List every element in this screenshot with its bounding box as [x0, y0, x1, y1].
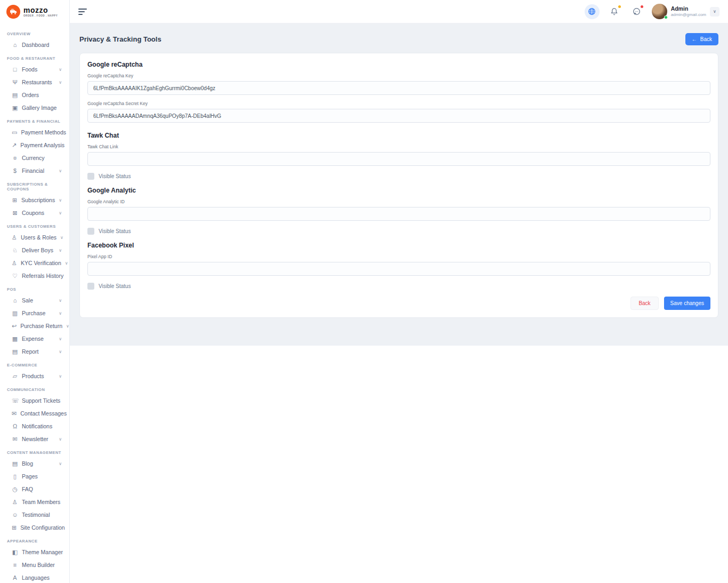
sidebar-item-contact-messages[interactable]: ✉Contact Messages	[0, 407, 69, 420]
sidebar-item-label: Newsletter	[22, 436, 55, 442]
chevron-down-icon: ∨	[59, 298, 62, 303]
sidebar-item-deliver-boys[interactable]: ♘Deliver Boys∨	[0, 244, 69, 257]
sidebar-item-notifications[interactable]: ΩNotifications	[0, 420, 69, 433]
notification-badge	[618, 5, 621, 8]
sidebar-section-label: POS	[0, 282, 69, 294]
arrow-left-icon: ←	[692, 36, 697, 42]
google-analytic-id-input[interactable]	[87, 207, 710, 221]
chevron-down-icon[interactable]: ∨	[710, 7, 719, 17]
visible-status-tawk-chat[interactable]: Visible Status	[87, 173, 710, 180]
sidebar-item-products[interactable]: ▱Products∨	[0, 370, 69, 382]
field-label-google-recaptcha-secret-key: Google reCaptcha Secret Key	[87, 101, 710, 106]
sidebar-item-label: Pages	[22, 473, 64, 480]
sidebar-item-theme-manager[interactable]: ◧Theme Manager	[0, 546, 69, 558]
checkbox-icon[interactable]	[87, 283, 94, 290]
sidebar-item-testimonial[interactable]: ☺Testimonial	[0, 508, 69, 521]
sidebar-item-coupons[interactable]: ⊠Coupons∨	[0, 206, 69, 219]
sidebar-item-label: Payment Analysis	[20, 142, 64, 148]
expense-icon: ▦	[12, 336, 18, 342]
back-button-top[interactable]: ← Back	[685, 33, 718, 45]
pixel-app-id-input[interactable]	[87, 262, 710, 276]
sidebar-item-dashboard[interactable]: ⌂Dashboard	[0, 38, 69, 51]
newsletter-icon: ✉	[12, 436, 18, 442]
brand[interactable]: mozzo ORDER . FOOD . HAPPY	[0, 0, 69, 23]
visible-status-facebook-pixel[interactable]: Visible Status	[87, 283, 710, 290]
sidebar-item-label: Theme Manager	[22, 549, 64, 555]
sidebar-item-site-configuration[interactable]: ⊞Site Configuration	[0, 521, 69, 534]
report-icon: ▤	[12, 349, 18, 355]
sidebar-item-menu-builder[interactable]: ≡Menu Builder	[0, 558, 69, 571]
sidebar-item-sale[interactable]: ⌂Sale∨	[0, 294, 69, 307]
sidebar-item-report[interactable]: ▤Report∨	[0, 345, 69, 358]
section-heading-facebook-pixel: Facebook Pixel	[87, 242, 710, 249]
brand-tagline: ORDER . FOOD . HAPPY	[23, 15, 58, 18]
chevron-down-icon: ∨	[59, 67, 62, 72]
sidebar-item-team-members[interactable]: ♙Team Members	[0, 496, 69, 508]
globe-icon[interactable]	[585, 4, 600, 19]
testimonial-icon: ☺	[12, 512, 18, 518]
sidebar-item-kyc-verification[interactable]: ♙KYC Verification∨	[0, 257, 69, 269]
sidebar-item-orders[interactable]: ▤Orders	[0, 89, 69, 101]
sidebar-item-languages[interactable]: ALanguages	[0, 571, 69, 583]
sidebar-item-financial[interactable]: $Financial∨	[0, 164, 69, 177]
brand-name: mozzo	[23, 6, 58, 14]
sidebar-item-payment-methods[interactable]: ▭Payment Methods	[0, 126, 69, 139]
user-menu[interactable]: Admin admin@gmail.com ∨	[652, 4, 719, 19]
google-recaptcha-key-input[interactable]	[87, 81, 710, 95]
avatar	[652, 4, 667, 19]
blog-icon: ▤	[12, 461, 18, 467]
chevron-down-icon: ∨	[59, 211, 62, 215]
sidebar-item-users-roles[interactable]: ♙Users & Roles∨	[0, 231, 69, 244]
sidebar-item-expense[interactable]: ▦Expense∨	[0, 332, 69, 345]
visible-status-label: Visible Status	[99, 228, 131, 234]
sidebar-item-currency[interactable]: ¤Currency	[0, 151, 69, 164]
products-icon: ▱	[12, 373, 18, 379]
chevron-down-icon: ∨	[60, 235, 63, 240]
sidebar-item-label: Sale	[22, 297, 55, 304]
sidebar-section-label: E-COMMERCE	[0, 358, 69, 370]
hamburger-menu-icon[interactable]	[78, 9, 88, 15]
sidebar-item-restaurants[interactable]: ΨRestaurants∨	[0, 76, 69, 89]
sidebar-item-referrals-history[interactable]: ♡Referrals History	[0, 269, 69, 282]
sidebar-item-label: Referrals History	[22, 273, 64, 279]
bell-icon[interactable]	[607, 4, 622, 19]
sidebar-item-payment-analysis[interactable]: ↗Payment Analysis	[0, 139, 69, 151]
field-label-google-recaptcha-key: Google reCaptcha Key	[87, 73, 710, 78]
team-members-icon: ♙	[12, 499, 18, 505]
sidebar-item-subscriptions[interactable]: ⊞Subscriptions∨	[0, 194, 69, 206]
chevron-down-icon: ∨	[59, 374, 62, 379]
sidebar-item-gallery-image[interactable]: ▣Gallery Image	[0, 101, 69, 114]
tawk-chat-link-input[interactable]	[87, 152, 710, 166]
sidebar-item-label: Report	[22, 348, 55, 355]
checkbox-icon[interactable]	[87, 173, 94, 180]
page-content: Privacy & Tracking Tools ← Back Google r…	[70, 23, 728, 346]
sidebar-section-label: COMMUNICATION	[0, 382, 69, 394]
sidebar-item-label: Contact Messages	[20, 410, 67, 417]
back-button-footer[interactable]: Back	[630, 297, 658, 310]
sidebar-item-newsletter[interactable]: ✉Newsletter∨	[0, 433, 69, 445]
sidebar-item-pages[interactable]: ▯Pages	[0, 470, 69, 483]
orders-icon: ▤	[12, 92, 18, 98]
currency-icon: ¤	[12, 155, 18, 161]
visible-status-google-analytic[interactable]: Visible Status	[87, 228, 710, 235]
deliver-boys-icon: ♘	[12, 247, 18, 253]
checkbox-icon[interactable]	[87, 228, 94, 235]
sidebar-item-faq[interactable]: ◷FAQ	[0, 483, 69, 496]
chat-icon[interactable]	[629, 4, 644, 19]
payment-analysis-icon: ↗	[12, 142, 17, 148]
sidebar-item-support-tickets[interactable]: ☏Support Tickets	[0, 394, 69, 407]
sidebar-item-label: KYC Verification	[21, 260, 61, 266]
save-changes-button[interactable]: Save changes	[664, 297, 710, 310]
coupons-icon: ⊠	[12, 210, 18, 216]
sidebar-item-purchase-return[interactable]: ↩Purchase Return∨	[0, 320, 69, 332]
field-label-google-analytic-id: Google Analytic ID	[87, 199, 710, 204]
sidebar-item-blog[interactable]: ▤Blog∨	[0, 457, 69, 470]
google-recaptcha-secret-key-input[interactable]	[87, 109, 710, 123]
users-roles-icon: ♙	[12, 235, 17, 241]
section-heading-tawk-chat: Tawk Chat	[87, 132, 710, 139]
sidebar-item-label: Notifications	[22, 423, 64, 429]
chevron-down-icon: ∨	[65, 261, 68, 266]
sidebar-item-foods[interactable]: □Foods∨	[0, 63, 69, 76]
sidebar-item-purchase[interactable]: ▥Purchase∨	[0, 307, 69, 320]
sidebar-section-label: APPEARANCE	[0, 534, 69, 546]
